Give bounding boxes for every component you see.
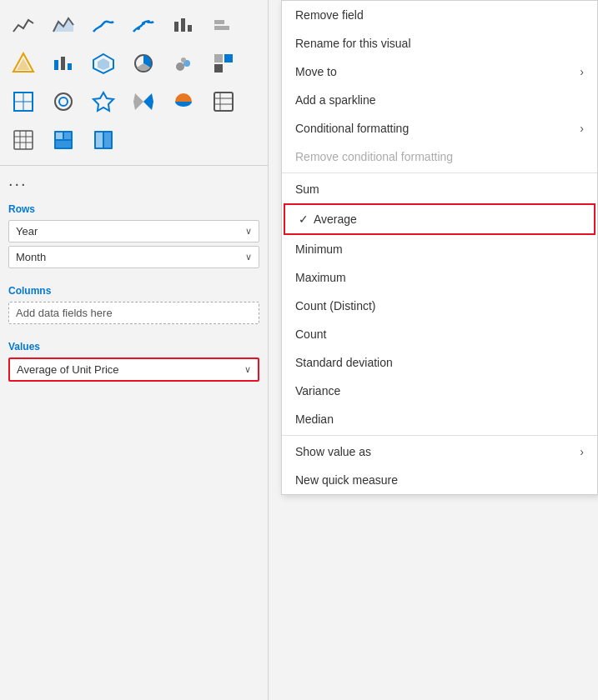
add-columns-field[interactable]: Add data fields here — [8, 302, 259, 324]
svg-rect-20 — [214, 54, 223, 62]
chart-icon-7[interactable] — [5, 45, 42, 82]
svg-point-27 — [59, 98, 68, 106]
chart-icon-1[interactable] — [5, 7, 42, 43]
svg-point-2 — [142, 22, 145, 25]
icon-grid — [0, 0, 268, 166]
svg-rect-22 — [214, 64, 223, 72]
menu-conditional-formatting[interactable]: Conditional formatting › — [282, 114, 597, 142]
month-field-label: Month — [16, 251, 46, 263]
svg-rect-5 — [181, 18, 185, 32]
rename-visual-label: Rename for this visual — [295, 37, 411, 50]
year-field[interactable]: Year ∨ — [8, 220, 259, 242]
conditional-formatting-label: Conditional formatting — [295, 122, 409, 135]
median-label: Median — [295, 412, 334, 426]
rows-label: Rows — [8, 203, 259, 215]
chart-icon-9[interactable] — [85, 45, 122, 82]
menu-remove-conditional: Remove conditional formatting — [282, 142, 597, 171]
svg-rect-46 — [104, 132, 111, 148]
move-to-label: Move to — [295, 65, 337, 78]
menu-count[interactable]: Count — [282, 320, 597, 348]
menu-move-to[interactable]: Move to › — [282, 58, 597, 86]
avg-unit-price-chevron: ∨ — [244, 364, 251, 375]
svg-marker-10 — [17, 58, 30, 70]
svg-rect-13 — [68, 63, 72, 70]
svg-rect-12 — [61, 57, 65, 70]
svg-rect-21 — [224, 54, 233, 62]
svg-point-3 — [147, 20, 150, 23]
menu-sum[interactable]: Sum — [282, 175, 597, 203]
chart-icon-17[interactable] — [165, 83, 202, 120]
move-to-arrow: › — [580, 65, 584, 78]
svg-rect-35 — [14, 131, 33, 149]
menu-remove-field[interactable]: Remove field — [282, 1, 597, 29]
svg-rect-43 — [56, 141, 71, 148]
year-field-label: Year — [16, 225, 38, 238]
chart-icon-15[interactable] — [85, 83, 122, 120]
year-chevron: ∨ — [245, 226, 252, 237]
svg-rect-11 — [54, 60, 58, 70]
menu-rename-visual[interactable]: Rename for this visual — [282, 29, 597, 58]
show-value-as-arrow: › — [580, 445, 584, 458]
maximum-label: Maximum — [295, 271, 346, 284]
menu-count-distinct[interactable]: Count (Distinct) — [282, 292, 597, 320]
chart-icon-6[interactable] — [205, 7, 242, 43]
std-dev-label: Standard deviation — [295, 356, 393, 369]
chart-icon-21[interactable] — [85, 122, 122, 158]
svg-rect-4 — [174, 22, 178, 32]
svg-rect-42 — [64, 132, 71, 139]
svg-rect-8 — [214, 26, 229, 30]
avg-unit-price-label: Average of Unit Price — [17, 363, 119, 376]
svg-point-17 — [176, 62, 184, 71]
columns-label: Columns — [8, 285, 259, 297]
chart-icon-19[interactable] — [5, 122, 42, 158]
add-sparkline-label: Add a sparkline — [295, 93, 376, 107]
chart-icon-2[interactable] — [45, 7, 82, 43]
chart-icon-10[interactable] — [125, 45, 162, 82]
chart-icon-16[interactable] — [125, 83, 162, 120]
chart-icon-12[interactable] — [205, 45, 242, 82]
menu-new-quick-measure[interactable]: New quick measure — [282, 466, 597, 494]
menu-std-dev[interactable]: Standard deviation — [282, 348, 597, 377]
chart-icon-13[interactable] — [5, 83, 42, 120]
show-value-as-label: Show value as — [295, 445, 371, 458]
context-menu: Remove field Rename for this visual Move… — [281, 0, 598, 495]
menu-average[interactable]: ✓ Average — [284, 203, 595, 235]
count-label: Count — [295, 328, 326, 341]
svg-marker-15 — [98, 58, 109, 70]
remove-field-label: Remove field — [295, 8, 364, 22]
menu-show-value-as[interactable]: Show value as › — [282, 438, 597, 466]
menu-median[interactable]: Median — [282, 405, 597, 433]
average-label: Average — [314, 212, 357, 226]
new-quick-measure-label: New quick measure — [295, 473, 398, 487]
chart-icon-18[interactable] — [205, 83, 242, 120]
menu-minimum[interactable]: Minimum — [282, 235, 597, 263]
svg-rect-6 — [188, 25, 192, 32]
month-field[interactable]: Month ∨ — [8, 246, 259, 268]
more-options[interactable]: ... — [0, 166, 268, 195]
minimum-label: Minimum — [295, 242, 343, 256]
menu-variance[interactable]: Variance — [282, 377, 597, 405]
svg-point-19 — [181, 58, 186, 62]
svg-marker-29 — [143, 93, 153, 110]
values-label: Values — [8, 341, 259, 352]
menu-separator-2 — [282, 435, 597, 436]
add-columns-placeholder: Add data fields here — [16, 307, 113, 319]
chart-icon-14[interactable] — [45, 83, 82, 120]
chart-icon-5[interactable] — [165, 7, 202, 43]
conditional-formatting-arrow: › — [580, 122, 584, 135]
count-distinct-label: Count (Distinct) — [295, 299, 375, 312]
chart-icon-11[interactable] — [165, 45, 202, 82]
svg-rect-45 — [96, 132, 103, 148]
average-checkmark: ✓ — [299, 212, 309, 226]
left-panel: ... Rows Year ∨ Month ∨ Columns Add data… — [0, 0, 269, 700]
chart-icon-4[interactable] — [125, 7, 162, 43]
menu-maximum[interactable]: Maximum — [282, 263, 597, 292]
svg-point-1 — [137, 27, 140, 30]
chart-icon-8[interactable] — [45, 45, 82, 82]
svg-marker-30 — [133, 93, 143, 110]
avg-unit-price-field[interactable]: Average of Unit Price ∨ — [8, 358, 259, 382]
values-section: Values Average of Unit Price ∨ — [0, 332, 268, 390]
menu-add-sparkline[interactable]: Add a sparkline — [282, 86, 597, 114]
chart-icon-3[interactable] — [85, 7, 122, 43]
chart-icon-20[interactable] — [45, 122, 82, 158]
